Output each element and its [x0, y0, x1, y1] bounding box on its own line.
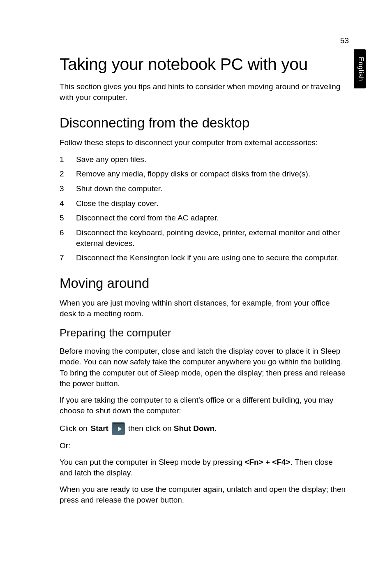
- heading-preparing: Preparing the computer: [60, 327, 347, 339]
- start-label: Start: [91, 423, 108, 434]
- disconnect-steps-list: 1Save any open files. 2Remove any media,…: [60, 154, 347, 263]
- heading-disconnecting: Disconnecting from the desktop: [60, 115, 347, 131]
- page-title-h1: Taking your notebook PC with you: [60, 55, 347, 74]
- ready-paragraph: When you are ready to use the computer a…: [60, 484, 347, 505]
- step-number: 4: [60, 198, 64, 209]
- heading-moving-around: Moving around: [60, 276, 347, 291]
- list-item: 5Disconnect the cord from the AC adapter…: [60, 213, 347, 223]
- intro-paragraph: This section gives you tips and hints to…: [60, 81, 347, 103]
- disconnecting-intro: Follow these steps to disconnect your co…: [60, 137, 347, 148]
- step-number: 1: [60, 154, 64, 165]
- list-item: 3Shut down the computer.: [60, 183, 347, 194]
- sleep-key: <Fn> + <F4>: [244, 458, 290, 466]
- list-item: 4Close the display cover.: [60, 198, 347, 209]
- page-body: Taking your notebook PC with you This se…: [0, 0, 392, 536]
- shutdown-label: Shut Down: [174, 424, 214, 433]
- click-suffix: .: [214, 424, 217, 433]
- list-item: 7Disconnect the Kensington lock if you a…: [60, 253, 347, 263]
- click-prefix: Click on: [60, 423, 88, 434]
- moving-intro: When you are just moving within short di…: [60, 298, 347, 319]
- list-item: 2Remove any media, floppy disks or compa…: [60, 169, 347, 179]
- list-item: 6Disconnect the keyboard, pointing devic…: [60, 227, 347, 248]
- step-text: Save any open files.: [76, 155, 146, 164]
- language-tab: English: [354, 49, 366, 88]
- step-number: 5: [60, 213, 64, 223]
- sleep-paragraph: You can put the computer in Sleep mode b…: [60, 457, 347, 478]
- step-text: Disconnect the keyboard, pointing device…: [76, 228, 340, 248]
- preparing-p2: If you are taking the computer to a clie…: [60, 395, 347, 416]
- step-number: 6: [60, 227, 64, 238]
- step-text: Disconnect the cord from the AC adapter.: [76, 213, 219, 222]
- start-button-icon: [112, 422, 125, 435]
- click-mid: then click on: [128, 424, 174, 433]
- sleep-prefix: You can put the computer in Sleep mode b…: [60, 458, 244, 466]
- step-text: Disconnect the Kensington lock if you ar…: [76, 253, 339, 262]
- step-number: 3: [60, 183, 64, 194]
- step-number: 2: [60, 169, 64, 179]
- step-text: Close the display cover.: [76, 199, 159, 208]
- list-item: 1Save any open files.: [60, 154, 347, 165]
- or-label: Or:: [60, 440, 347, 451]
- step-text: Shut down the computer.: [76, 184, 162, 193]
- step-number: 7: [60, 253, 64, 263]
- preparing-p1: Before moving the computer, close and la…: [60, 346, 347, 389]
- click-start-line: Click on Start then click on Shut Down.: [60, 422, 347, 435]
- page-number: 53: [340, 36, 349, 45]
- step-text: Remove any media, floppy disks or compac…: [76, 169, 310, 178]
